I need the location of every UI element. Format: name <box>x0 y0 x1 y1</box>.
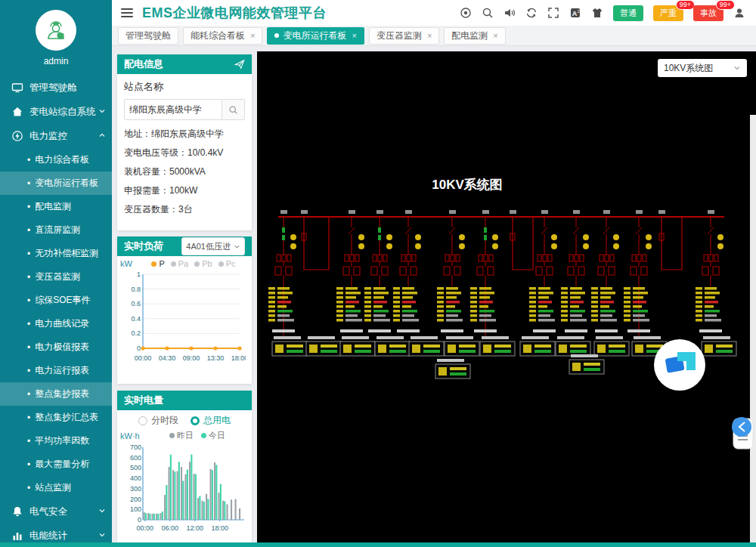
axis-unit: kW·h <box>120 431 140 440</box>
power-icon <box>11 130 23 142</box>
svg-text:600: 600 <box>130 454 141 462</box>
svg-text:100: 100 <box>130 505 141 513</box>
bullet-icon: • <box>27 178 30 189</box>
font-size-icon[interactable]: A2 <box>569 7 581 19</box>
legend-Pa[interactable]: Pa <box>171 259 188 268</box>
tab-能耗综合看板[interactable]: 能耗综合看板× <box>183 27 262 45</box>
svg-text:12:00: 12:00 <box>186 524 203 532</box>
legend-Pc[interactable]: Pc <box>218 259 236 268</box>
volume-icon <box>503 7 516 19</box>
sidebar-item-电力极值报表[interactable]: •电力极值报表 <box>0 335 112 359</box>
legend-dot <box>194 261 200 267</box>
user-icon[interactable] <box>733 7 745 19</box>
legend-label: 昨日 <box>177 430 194 441</box>
tab-管理驾驶舱[interactable]: 管理驾驶舱 <box>118 27 178 45</box>
load-circuit-select[interactable]: 4A01低压进 <box>181 237 245 255</box>
menu-toggle-icon[interactable] <box>121 6 133 20</box>
tab-close-icon[interactable]: × <box>352 31 356 40</box>
sidebar-item-电力运行报表[interactable]: •电力运行报表 <box>0 359 112 382</box>
svg-text:700: 700 <box>130 443 141 451</box>
info-label: 申报需量： <box>124 185 169 196</box>
station-name-label: 站点名称 <box>124 80 245 94</box>
svg-text:0.6: 0.6 <box>131 300 141 307</box>
font-size-icon: A2 <box>569 7 581 19</box>
sidebar-item-最大需量分析[interactable]: •最大需量分析 <box>0 453 112 476</box>
radio-分时段[interactable]: 分时段 <box>138 414 178 427</box>
alarm-badge-2[interactable]: 严重99+ <box>653 5 683 21</box>
tab-close-icon[interactable]: × <box>427 31 432 40</box>
sidebar-item-label: 电气安全 <box>29 505 67 518</box>
bullet-icon: • <box>27 225 30 236</box>
legend-今日[interactable]: 今日 <box>201 430 225 441</box>
sidebar-item-整点集抄汇总表[interactable]: •整点集抄汇总表 <box>0 406 112 429</box>
fullscreen-icon[interactable] <box>547 7 559 19</box>
legend-Pb[interactable]: Pb <box>194 259 212 268</box>
svg-text:2: 2 <box>578 9 580 14</box>
tab-close-icon[interactable]: × <box>493 31 497 40</box>
info-row: 装机容量：5000kVA <box>124 162 245 181</box>
sidebar-item-平均功率因数[interactable]: •平均功率因数 <box>0 429 112 453</box>
sidebar-item-电气安全[interactable]: 电气安全 <box>0 499 112 524</box>
sidebar-item-配电监测[interactable]: •配电监测 <box>0 195 112 218</box>
alarm-badge-3[interactable]: 事故99+ <box>693 5 723 21</box>
diagram-select[interactable]: 10KV系统图 <box>658 59 747 77</box>
sidebar-item-电力综合看板[interactable]: •电力综合看板 <box>0 148 112 172</box>
sidebar-item-变电所运行看板[interactable]: •变电所运行看板 <box>0 172 112 195</box>
axis-unit: kW <box>120 259 132 268</box>
sidebar-item-电力曲线记录[interactable]: •电力曲线记录 <box>0 312 112 335</box>
svg-text:200: 200 <box>130 496 141 503</box>
svg-text:0.2: 0.2 <box>131 329 141 337</box>
info-row: 地址：绵阳东辰高级中学 <box>124 125 245 144</box>
volume-icon[interactable] <box>503 7 516 19</box>
target-icon[interactable] <box>460 7 472 19</box>
station-name-input[interactable] <box>124 99 222 120</box>
station-search-button[interactable] <box>222 99 245 120</box>
chevron-down-icon <box>234 243 240 250</box>
sidebar-item-整点集抄报表[interactable]: •整点集抄报表 <box>0 382 112 406</box>
avatar[interactable] <box>36 10 76 51</box>
sidebar-item-无功补偿柜监测[interactable]: •无功补偿柜监测 <box>0 242 112 265</box>
legend-昨日[interactable]: 昨日 <box>169 430 194 441</box>
search-icon[interactable] <box>482 7 494 19</box>
radio-总用电[interactable]: 总用电 <box>191 414 231 427</box>
svg-text:00:00: 00:00 <box>136 524 153 532</box>
send-icon[interactable] <box>234 59 245 70</box>
tab-close-icon[interactable]: × <box>250 31 255 40</box>
sidebar-item-直流屏监测[interactable]: •直流屏监测 <box>0 218 112 242</box>
refresh-icon[interactable] <box>525 7 538 19</box>
bullet-icon: • <box>27 202 30 212</box>
svg-text:18:00: 18:00 <box>211 524 228 532</box>
svg-text:18:00: 18:00 <box>231 354 246 362</box>
app-header: EMS企业微电网能效管理平台 A2普通严重99+事故99+ <box>112 0 756 26</box>
info-label: 变压器数量： <box>124 204 178 215</box>
info-value: 绵阳东辰高级中学 <box>151 128 224 139</box>
floating-assist-widget[interactable] <box>732 417 753 449</box>
panel-title: 配电信息 <box>124 57 163 71</box>
alarm-badge-1[interactable]: 普通 <box>613 5 643 21</box>
sidebar-item-变压器监测[interactable]: •变压器监测 <box>0 265 112 289</box>
legend-label: 今日 <box>209 430 225 441</box>
tab-配电监测[interactable]: 配电监测× <box>444 27 505 45</box>
sidebar-item-label: 电力综合看板 <box>35 153 89 166</box>
single-line-diagram: 10KV系统图 <box>257 51 756 542</box>
svg-text:A: A <box>572 10 578 17</box>
bullet-icon: • <box>27 342 30 353</box>
panel-title: 实时负荷 <box>124 240 163 253</box>
sidebar-item-站点监测[interactable]: •站点监测 <box>0 476 112 499</box>
sidebar-item-label: 变压器监测 <box>35 270 80 283</box>
sidebar-item-综保SOE事件[interactable]: •综保SOE事件 <box>0 289 112 312</box>
radio-circle <box>191 416 200 425</box>
sidebar-item-变电站综自系统[interactable]: 变电站综自系统 <box>0 100 112 124</box>
theme-icon[interactable] <box>591 7 603 19</box>
alert-icon <box>11 505 23 518</box>
alarm-count-badge: 99+ <box>716 0 735 10</box>
dashboard-icon <box>11 82 23 94</box>
power-icon <box>11 130 23 142</box>
tab-变电所运行看板[interactable]: 变电所运行看板× <box>267 27 364 45</box>
tab-变压器监测[interactable]: 变压器监测× <box>369 27 439 45</box>
bullet-icon: • <box>27 413 30 423</box>
sidebar-item-电力监控[interactable]: 电力监控 <box>0 124 112 148</box>
legend-P[interactable]: P <box>151 259 164 268</box>
sidebar-item-管理驾驶舱[interactable]: 管理驾驶舱 <box>0 76 112 100</box>
info-value: 10/0.4kV <box>187 147 223 158</box>
